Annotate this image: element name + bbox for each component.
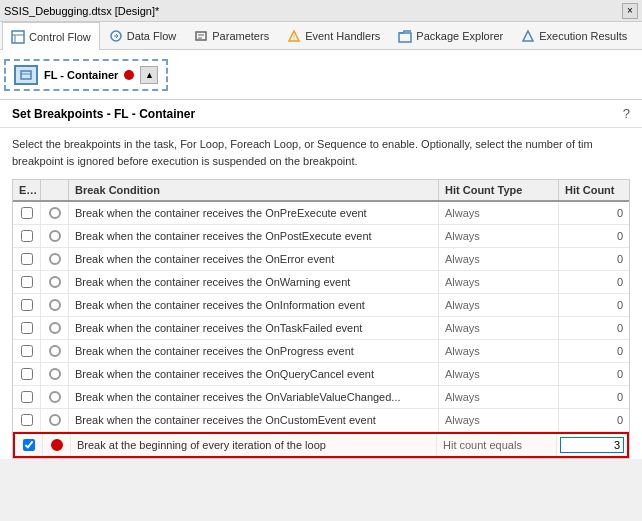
row-2-condition: Break when the container receives the On… bbox=[69, 248, 439, 270]
close-button[interactable]: × bbox=[622, 3, 638, 19]
row-5-hit-count-type: Always bbox=[439, 317, 559, 339]
row-10-enable-checkbox[interactable] bbox=[23, 439, 35, 451]
table-row: Break when the container receives the On… bbox=[13, 363, 629, 386]
row-0-condition: Break when the container receives the On… bbox=[69, 202, 439, 224]
table-body: Break when the container receives the On… bbox=[13, 202, 629, 458]
row-7-condition: Break when the container receives the On… bbox=[69, 363, 439, 385]
row-8-circle-cell bbox=[41, 386, 69, 408]
row-2-enable-checkbox[interactable] bbox=[21, 253, 33, 265]
col-hit-count: Hit Count bbox=[559, 180, 629, 200]
col-enabled: Enabl... bbox=[13, 180, 41, 200]
row-5-enable-checkbox[interactable] bbox=[21, 322, 33, 334]
tab-package-explorer[interactable]: Package Explorer bbox=[389, 22, 512, 49]
control-flow-label: Control Flow bbox=[29, 31, 91, 43]
breakpoint-inactive-icon bbox=[49, 299, 61, 311]
scroll-up-button[interactable]: ▲ bbox=[140, 66, 158, 84]
row-4-enable-checkbox[interactable] bbox=[21, 299, 33, 311]
row-6-circle-cell bbox=[41, 340, 69, 362]
row-0-enable-checkbox[interactable] bbox=[21, 207, 33, 219]
row-4-condition: Break when the container receives the On… bbox=[69, 294, 439, 316]
col-condition: Break Condition bbox=[69, 180, 439, 200]
table-row: Break when the container receives the On… bbox=[13, 248, 629, 271]
event-handlers-label: Event Handlers bbox=[305, 30, 380, 42]
row-6-hit-count-type: Always bbox=[439, 340, 559, 362]
svg-text:!: ! bbox=[293, 34, 295, 41]
row-10-condition: Break at the beginning of every iteratio… bbox=[71, 434, 437, 456]
row-2-enable-cell bbox=[13, 248, 41, 270]
table-header: Enabl... Break Condition Hit Count Type … bbox=[13, 180, 629, 202]
row-3-enable-cell bbox=[13, 271, 41, 293]
row-7-hit-count: 0 bbox=[559, 363, 629, 385]
row-5-enable-cell bbox=[13, 317, 41, 339]
control-flow-icon bbox=[11, 30, 25, 44]
svg-rect-10 bbox=[21, 71, 31, 79]
table-row: Break when the container receives the On… bbox=[13, 202, 629, 225]
dialog: Set Breakpoints - FL - Container ? Selec… bbox=[0, 100, 642, 459]
tab-parameters[interactable]: Parameters bbox=[185, 22, 278, 49]
row-6-enable-checkbox[interactable] bbox=[21, 345, 33, 357]
row-0-circle-cell bbox=[41, 202, 69, 224]
dialog-title-bar: Set Breakpoints - FL - Container ? bbox=[0, 100, 642, 128]
row-8-enable-checkbox[interactable] bbox=[21, 391, 33, 403]
tab-event-handlers[interactable]: !Event Handlers bbox=[278, 22, 389, 49]
row-8-enable-cell bbox=[13, 386, 41, 408]
row-10-hit-count-type: Hit count equals bbox=[437, 434, 557, 456]
row-9-hit-count: 0 bbox=[559, 409, 629, 431]
data-flow-label: Data Flow bbox=[127, 30, 177, 42]
svg-marker-9 bbox=[523, 31, 533, 41]
container-icon bbox=[14, 65, 38, 85]
row-1-enable-checkbox[interactable] bbox=[21, 230, 33, 242]
row-9-circle-cell bbox=[41, 409, 69, 431]
dialog-help-button[interactable]: ? bbox=[623, 106, 630, 121]
row-6-hit-count: 0 bbox=[559, 340, 629, 362]
red-dot-indicator bbox=[124, 70, 134, 80]
table-row: Break when the container receives the On… bbox=[13, 386, 629, 409]
row-6-condition: Break when the container receives the On… bbox=[69, 340, 439, 362]
title-bar-text: SSIS_Debugging.dtsx [Design]* bbox=[4, 5, 622, 17]
tab-control-flow[interactable]: Control Flow bbox=[2, 22, 100, 50]
title-bar: SSIS_Debugging.dtsx [Design]* × bbox=[0, 0, 642, 22]
row-9-hit-count-type: Always bbox=[439, 409, 559, 431]
row-0-hit-count: 0 bbox=[559, 202, 629, 224]
breakpoint-inactive-icon bbox=[49, 368, 61, 380]
row-8-condition: Break when the container receives the On… bbox=[69, 386, 439, 408]
parameters-icon bbox=[194, 29, 208, 43]
breakpoint-inactive-icon bbox=[49, 414, 61, 426]
row-2-hit-count: 0 bbox=[559, 248, 629, 270]
row-3-hit-count-type: Always bbox=[439, 271, 559, 293]
row-9-enable-cell bbox=[13, 409, 41, 431]
row-1-hit-count: 0 bbox=[559, 225, 629, 247]
event-handlers-icon: ! bbox=[287, 29, 301, 43]
tab-execution-results[interactable]: Execution Results bbox=[512, 22, 636, 49]
breakpoint-inactive-icon bbox=[49, 253, 61, 265]
row-3-hit-count: 0 bbox=[559, 271, 629, 293]
table-row: Break when the container receives the On… bbox=[13, 271, 629, 294]
svg-rect-8 bbox=[399, 33, 411, 42]
row-4-enable-cell bbox=[13, 294, 41, 316]
row-1-hit-count-type: Always bbox=[439, 225, 559, 247]
tab-data-flow[interactable]: Data Flow bbox=[100, 22, 186, 49]
table-row: Break when the container receives the On… bbox=[13, 340, 629, 363]
row-7-enable-checkbox[interactable] bbox=[21, 368, 33, 380]
breakpoint-inactive-icon bbox=[49, 207, 61, 219]
container-box: FL - Container ▲ bbox=[4, 59, 168, 91]
breakpoint-inactive-icon bbox=[49, 230, 61, 242]
execution-results-icon bbox=[521, 29, 535, 43]
svg-rect-4 bbox=[196, 32, 206, 40]
breakpoint-active-icon bbox=[51, 439, 63, 451]
row-9-enable-checkbox[interactable] bbox=[21, 414, 33, 426]
row-10-hit-count[interactable] bbox=[557, 434, 627, 456]
breakpoint-inactive-icon bbox=[49, 391, 61, 403]
row-2-circle-cell bbox=[41, 248, 69, 270]
row-5-circle-cell bbox=[41, 317, 69, 339]
row-3-enable-checkbox[interactable] bbox=[21, 276, 33, 288]
row-5-hit-count: 0 bbox=[559, 317, 629, 339]
table-row: Break at the beginning of every iteratio… bbox=[13, 432, 629, 458]
row-3-condition: Break when the container receives the On… bbox=[69, 271, 439, 293]
data-flow-icon bbox=[109, 29, 123, 43]
row-5-condition: Break when the container receives the On… bbox=[69, 317, 439, 339]
hit-count-input[interactable] bbox=[560, 437, 624, 453]
tab-bar: Control FlowData FlowParameters!Event Ha… bbox=[0, 22, 642, 50]
package-explorer-icon bbox=[398, 29, 412, 43]
dialog-title: Set Breakpoints - FL - Container bbox=[12, 107, 195, 121]
